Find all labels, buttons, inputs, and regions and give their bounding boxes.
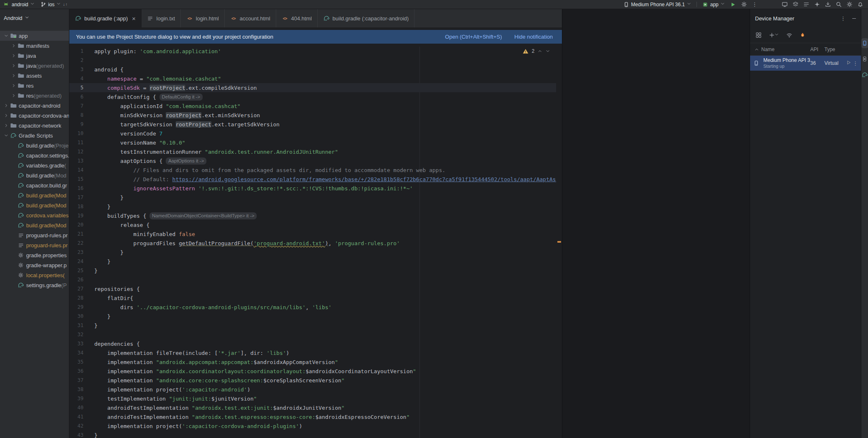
inspections-widget[interactable]: 2 [522,47,550,55]
code-line[interactable]: 20 release { [69,220,556,229]
add-device-button[interactable] [768,32,779,39]
running-devices-stripe-button[interactable] [861,54,868,64]
chevron-right-icon[interactable] [2,113,10,118]
commit-button[interactable] [822,0,833,9]
code-line[interactable]: 4 namespace = "com.lemonaise.cashcat" [69,74,556,83]
hide-panel-icon[interactable] [849,14,858,23]
code-line[interactable]: 36 implementation "androidx.coordinatorl… [69,367,556,376]
tree-item[interactable]: capacitor.build.gr [0,180,69,190]
code-line[interactable]: 3android { [69,65,556,74]
code-line[interactable]: 12 testInstrumentationRunner "androidx.t… [69,147,556,156]
tree-item[interactable]: java [0,51,69,61]
gradle-stripe-button[interactable] [861,70,868,80]
code-line[interactable]: 34 implementation fileTree(include: ['*.… [69,348,556,357]
more-actions-button[interactable]: ⋮ [749,0,760,9]
column-type[interactable]: Type [824,47,846,52]
search-everywhere-button[interactable] [833,0,844,9]
tree-item[interactable]: build.gradle (Mod [0,190,69,200]
code-line[interactable]: 5 compileSdk = rootProject.ext.compileSd… [69,83,556,92]
banner-hide-link[interactable]: Hide notification [515,34,553,40]
editor-tab[interactable]: build.gradle (:capacitor-android) [318,9,415,27]
run-config-selector[interactable]: app [699,1,728,8]
tree-item[interactable]: app [0,31,69,41]
run-button[interactable] [728,0,738,9]
code-line[interactable]: 25} [69,266,556,275]
tree-item[interactable]: Gradle Scripts [0,130,69,140]
project-view-selector[interactable]: Android [4,15,29,21]
code-line[interactable]: 16 ignoreAssetsPattern '!.svn:!.git:!.ds… [69,184,556,193]
panel-options-icon[interactable]: ⋮ [839,14,848,23]
code-line[interactable]: 2 [69,56,556,65]
code-line[interactable]: 8 minSdkVersion rootProject.ext.minSdkVe… [69,111,556,120]
code-line[interactable]: 9 targetSdkVersion rootProject.ext.targe… [69,120,556,129]
tree-item[interactable]: capacitor.settings. [0,150,69,160]
code-line[interactable]: 38 implementation project(':capacitor-an… [69,385,556,394]
editor-tab[interactable]: <>login.html [181,9,225,27]
tree-item[interactable]: variables.gradle ( [0,160,69,170]
code-line[interactable]: 30 } [69,312,556,321]
column-api[interactable]: API [810,47,824,52]
code-line[interactable]: 31} [69,321,556,330]
code-line[interactable]: 18 } [69,202,556,211]
tree-item[interactable]: res (generated) [0,91,69,101]
code-line[interactable]: 24 } [69,257,556,266]
code-line[interactable]: 23 } [69,248,556,257]
chevron-right-icon[interactable] [10,43,17,48]
code-line[interactable]: 22 proguardFiles getDefaultProguardFile(… [69,239,556,248]
build-icon-button[interactable] [738,0,749,9]
editor-tab[interactable]: <>404.html [276,9,318,27]
code-line[interactable]: 6 defaultConfig { DefaultConfig it -> [69,92,556,101]
tree-item[interactable]: java (generated) [0,61,69,71]
tree-item[interactable]: build.gradle (Mod [0,200,69,210]
tree-item[interactable]: capacitor-network [0,121,69,130]
code-line[interactable]: 11 versionName "0.10.0" [69,138,556,147]
ai-assistant-button[interactable] [812,0,822,9]
editor-tab[interactable]: login.txt [142,9,181,27]
chevron-right-icon[interactable] [10,93,17,98]
tree-item[interactable]: capacitor-cordova-an [0,111,69,121]
device-manager-stripe-button[interactable] [861,38,868,48]
tree-item[interactable]: build.gradle (Mod [0,220,69,230]
tree-item[interactable]: cordova.variables. [0,210,69,220]
sort-icon[interactable] [754,47,759,52]
chevron-down-icon[interactable] [2,33,10,38]
chevron-right-icon[interactable] [10,63,17,68]
tree-item[interactable]: manifests [0,41,69,51]
code-line[interactable]: 19 buildTypes { NamedDomainObjectContain… [69,211,556,220]
code-line[interactable]: 13 aaptOptions { AaptOptions it -> [69,156,556,165]
tree-item[interactable]: settings.gradle (P [0,280,69,290]
code-line[interactable]: 42 implementation project(':capacitor-co… [69,421,556,431]
device-more-icon[interactable]: ⋮ [853,60,858,66]
tree-item[interactable]: gradle.properties [0,250,69,260]
code-line[interactable]: 35 implementation "androidx.appcompat:ap… [69,357,556,367]
tree-item[interactable]: gradle-wrapper.p [0,260,69,270]
banner-open-link[interactable]: Open (Ctrl+Alt+Shift+S) [445,34,502,40]
tree-item[interactable]: build.gradle (Proje [0,140,69,150]
chevron-down-icon[interactable] [2,133,10,138]
warning-stripe-mark[interactable] [557,241,561,243]
next-problem-icon[interactable] [545,49,550,54]
tree-item[interactable]: proguard-rules.pr [0,230,69,240]
notifications-button[interactable] [855,0,866,9]
settings-button[interactable] [844,0,855,9]
chevron-right-icon[interactable] [10,53,17,58]
code-line[interactable]: 40 androidTestImplementation "androidx.t… [69,403,556,412]
tree-item[interactable]: proguard-rules.pr [0,240,69,250]
chevron-right-icon[interactable] [10,83,17,88]
tree-item[interactable]: local.properties ( [0,270,69,280]
tree-item[interactable]: res [0,81,69,91]
prev-problem-icon[interactable] [537,49,542,54]
code-line[interactable]: 41 androidTestImplementation "androidx.t… [69,412,556,421]
code-line[interactable]: 37 implementation "androidx.core:core-sp… [69,376,556,385]
close-tab-icon[interactable]: × [132,15,136,22]
code-line[interactable]: 29 dirs '../capacitor-cordova-android-pl… [69,303,556,312]
error-stripe[interactable] [556,47,562,438]
project-selector[interactable]: android [9,1,37,8]
editor-tab[interactable]: <>account.html [225,9,276,27]
pair-wifi-button[interactable] [786,32,792,39]
code-line[interactable]: 28 flatDir{ [69,293,556,303]
code-line[interactable]: 21 minifyEnabled false [69,229,556,239]
code-line[interactable]: 33dependencies { [69,339,556,348]
code-line[interactable]: 10 versionCode 7 [69,129,556,138]
code-line[interactable]: 39 testImplementation "junit:junit:$juni… [69,394,556,403]
